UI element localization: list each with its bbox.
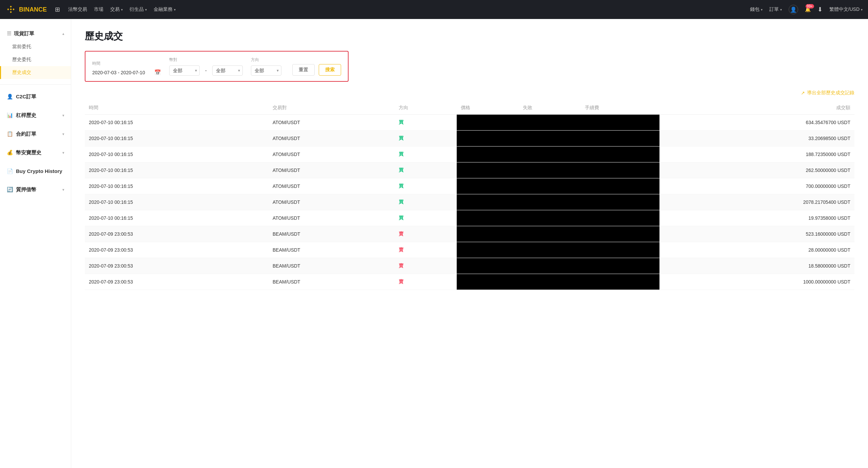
cell-fee: —	[581, 258, 659, 274]
cell-side: 賣	[395, 242, 457, 258]
nav-fabi[interactable]: 法幣交易	[68, 6, 87, 13]
sidebar-header-c2c-label: 👤C2C訂單	[7, 94, 36, 100]
cell-price: —	[457, 242, 519, 258]
cell-fee: —	[581, 147, 659, 162]
reset-button[interactable]: 重置	[292, 64, 315, 76]
table-row: 2020-07-10 00:16:15 ATOM/USDT 買 — — — 33…	[85, 131, 854, 147]
cell-pair: BEAM/USDT	[269, 242, 395, 258]
cell-side: 賣	[395, 226, 457, 242]
cell-time: 2020-07-10 00:16:15	[85, 131, 269, 147]
sidebar-section-futures: 📋合約訂單 ▾	[0, 125, 71, 143]
nav-finance[interactable]: 金融業務 ▾	[154, 6, 176, 13]
sidebar-header-margin-label: 📊杠桿歷史	[7, 112, 36, 119]
cell-price: —	[457, 226, 519, 242]
sidebar-header-savings-label: 💰幣安寶歷史	[7, 150, 41, 156]
download-icon[interactable]: ⬇	[817, 6, 823, 13]
cell-time: 2020-07-10 00:16:15	[85, 210, 269, 226]
sidebar-header-buycrypto-label: 📄Buy Crypto History	[7, 168, 62, 174]
sidebar-header-loan[interactable]: 🔄質押借幣 ▾	[0, 183, 71, 196]
calendar-icon[interactable]: 📅	[154, 69, 161, 76]
filter-actions: 重置 搜索	[292, 64, 341, 76]
sidebar-item-history-orders[interactable]: 歷史委托	[0, 53, 71, 66]
sidebar-chevron-loan: ▾	[62, 188, 64, 192]
sidebar-item-trade-history[interactable]: 歷史成交	[0, 66, 71, 79]
main-content: 歷史成交 時間 📅 幣對 全部	[71, 19, 868, 468]
wallet-nav[interactable]: 錢包 ▾	[750, 6, 763, 13]
cell-fee: —	[581, 226, 659, 242]
orders-nav[interactable]: 訂單 ▾	[769, 6, 782, 13]
filter-pair-group: 幣對 全部 - 全部	[169, 57, 243, 76]
cell-amount: 700.00000000 USDT	[659, 178, 854, 194]
cell-pair: ATOM/USDT	[269, 194, 395, 210]
cell-side: 買	[395, 210, 457, 226]
cell-side: 買	[395, 115, 457, 131]
cell-fee: —	[581, 274, 659, 290]
nav-trade[interactable]: 交易 ▾	[110, 6, 123, 13]
table-row: 2020-07-09 23:00:53 BEAM/USDT 賣 — — — 52…	[85, 226, 854, 242]
grid-icon[interactable]: ⊞	[55, 6, 60, 13]
cell-price: —	[457, 178, 519, 194]
cell-side: 賣	[395, 258, 457, 274]
cell-amount: 188.72350000 USDT	[659, 147, 854, 162]
avatar[interactable]: 👤	[789, 5, 798, 14]
cell-time: 2020-07-10 00:16:15	[85, 162, 269, 178]
export-link[interactable]: ↗ 導出全部歷史成交記錄	[801, 90, 854, 96]
filter-pair2-select[interactable]: 全部	[212, 65, 243, 76]
cell-price: —	[457, 258, 519, 274]
search-button[interactable]: 搜索	[319, 64, 341, 76]
filter-direction-select[interactable]: 全部 買 賣	[251, 65, 281, 76]
sidebar-chevron-spot: ▴	[62, 32, 64, 36]
nav-derivatives[interactable]: 衍生品 ▾	[130, 6, 147, 13]
filter-direction-label: 方向	[251, 57, 281, 63]
sidebar-section-spot: ☰現貨訂單 ▴ 當前委托 歷史委托 歷史成交	[0, 24, 71, 82]
table-row: 2020-07-10 00:16:15 ATOM/USDT 買 — — — 26…	[85, 162, 854, 178]
filter-pair-select[interactable]: 全部	[169, 65, 200, 76]
export-icon: ↗	[801, 90, 805, 96]
sidebar-header-savings[interactable]: 💰幣安寶歷史 ▾	[0, 146, 71, 159]
table-header: 時間 交易對 方向 價格 失敗 手續費 成交額	[85, 101, 854, 115]
sidebar-item-current-orders[interactable]: 當前委托	[0, 40, 71, 53]
table-row: 2020-07-10 00:16:15 ATOM/USDT 買 — — — 18…	[85, 147, 854, 162]
cell-fee: —	[581, 115, 659, 131]
table-row: 2020-07-09 23:00:53 BEAM/USDT 賣 — — — 18…	[85, 258, 854, 274]
cell-side: 買	[395, 147, 457, 162]
cell-pair: BEAM/USDT	[269, 274, 395, 290]
cell-fee-label: —	[519, 194, 581, 210]
cell-amount: 523.16000000 USDT	[659, 226, 854, 242]
table-row: 2020-07-10 00:16:15 ATOM/USDT 買 — — — 19…	[85, 210, 854, 226]
cell-pair: ATOM/USDT	[269, 115, 395, 131]
sidebar-header-futures[interactable]: 📋合約訂單 ▾	[0, 128, 71, 141]
nav-market[interactable]: 市場	[94, 6, 103, 13]
bell-badge: 99+	[806, 4, 814, 8]
sidebar-header-buycrypto[interactable]: 📄Buy Crypto History	[0, 165, 71, 178]
cell-time: 2020-07-10 00:16:15	[85, 147, 269, 162]
sidebar-item-trade-history-label: 歷史成交	[12, 70, 31, 76]
binance-logo-icon	[5, 4, 16, 15]
sidebar-header-c2c[interactable]: 👤C2C訂單	[0, 90, 71, 103]
cell-side: 買	[395, 162, 457, 178]
sidebar-section-margin: 📊杠桿歷史 ▾	[0, 106, 71, 125]
logo-text: BINANCE	[19, 6, 47, 13]
filter-dash: -	[202, 68, 210, 73]
bell-icon[interactable]: 🔔 99+	[805, 7, 811, 12]
sidebar-header-spot[interactable]: ☰現貨訂單 ▴	[0, 27, 71, 40]
cell-fee-label: —	[519, 210, 581, 226]
cell-time: 2020-07-09 23:00:53	[85, 258, 269, 274]
sidebar-section-loan: 🔄質押借幣 ▾	[0, 180, 71, 199]
sidebar-section-buycrypto: 📄Buy Crypto History	[0, 162, 71, 180]
sidebar-header-spot-label: ☰現貨訂單	[7, 31, 34, 37]
filter-date-label: 時間	[92, 61, 161, 66]
col-fee: 手續費	[581, 101, 659, 115]
lang-selector[interactable]: 繁體中文/USD ▾	[829, 6, 863, 13]
logo[interactable]: BINANCE	[5, 4, 47, 15]
filter-date-input[interactable]	[92, 70, 152, 75]
col-fee-label: 失敗	[519, 101, 581, 115]
cell-fee: —	[581, 131, 659, 147]
sidebar-header-margin[interactable]: 📊杠桿歷史 ▾	[0, 109, 71, 122]
table-row: 2020-07-10 00:16:15 ATOM/USDT 買 — — — 70…	[85, 178, 854, 194]
page-title: 歷史成交	[85, 30, 854, 43]
cell-fee: —	[581, 242, 659, 258]
cell-price: —	[457, 115, 519, 131]
cell-side: 賣	[395, 274, 457, 290]
cell-amount: 28.00000000 USDT	[659, 242, 854, 258]
